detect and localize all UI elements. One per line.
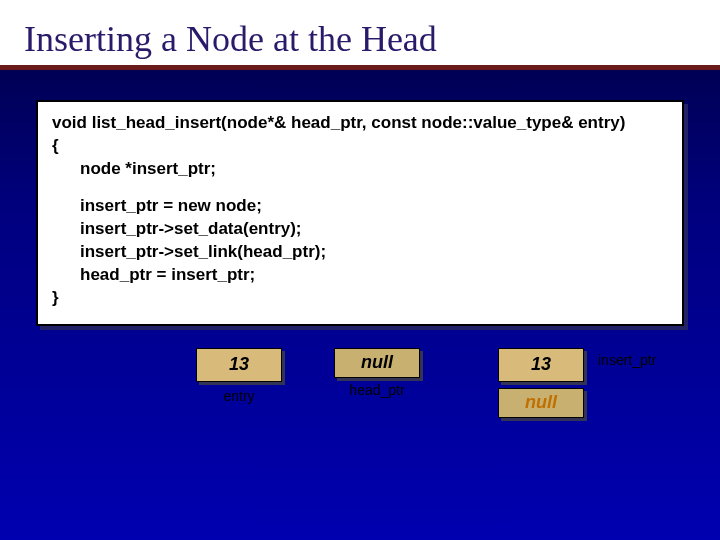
head-ptr-variable: null head_ptr	[334, 348, 420, 398]
diagram-row: 13 entry null head_ptr 13 null insert_pt…	[0, 348, 720, 468]
code-line-4: head_ptr = insert_ptr;	[52, 264, 668, 287]
code-block: void list_head_insert(node*& head_ptr, c…	[36, 100, 684, 326]
code-line-1: insert_ptr = new node;	[52, 195, 668, 218]
entry-value-box: 13	[196, 348, 282, 382]
node-link-box: null	[498, 388, 584, 418]
code-line-3: insert_ptr->set_link(head_ptr);	[52, 241, 668, 264]
code-brace-close: }	[52, 287, 668, 310]
node-stack: 13 null	[498, 348, 584, 418]
code-blank-line	[52, 181, 668, 195]
code-signature: void list_head_insert(node*& head_ptr, c…	[52, 112, 668, 135]
new-node: 13 null insert_ptr	[498, 348, 584, 418]
code-line-2: insert_ptr->set_data(entry);	[52, 218, 668, 241]
title-underline	[0, 65, 720, 70]
slide-title: Inserting a Node at the Head	[24, 18, 700, 60]
title-area: Inserting a Node at the Head	[0, 0, 720, 70]
code-declaration: node *insert_ptr;	[52, 158, 668, 181]
entry-label: entry	[196, 388, 282, 404]
node-data-box: 13	[498, 348, 584, 382]
code-brace-open: {	[52, 135, 668, 158]
head-ptr-value-box: null	[334, 348, 420, 378]
head-ptr-label: head_ptr	[334, 382, 420, 398]
entry-variable: 13 entry	[196, 348, 282, 404]
insert-ptr-label: insert_ptr	[598, 352, 656, 368]
